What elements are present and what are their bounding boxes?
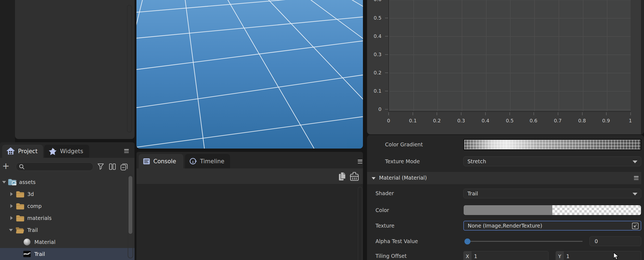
material-section-header[interactable]: Material (Material) (367, 172, 641, 184)
material-section-menu-icon[interactable] (634, 176, 639, 180)
console-log-area[interactable] (136, 184, 363, 260)
tab-console-label: Console (153, 158, 176, 165)
texture-label: Texture (375, 222, 395, 229)
tab-timeline-label: Timeline (200, 158, 224, 165)
x-tick-label: 0.3 (450, 118, 472, 124)
folder-icon (16, 214, 25, 222)
tree-row-assets[interactable]: assets (0, 176, 135, 188)
y-tick-label: 0.3 (369, 52, 381, 58)
tree-row-materials[interactable]: materials (0, 212, 135, 224)
tab-widgets[interactable]: Widgets (44, 145, 89, 158)
open-folder-icon (15, 226, 24, 234)
tree-row-comp[interactable]: comp (0, 200, 135, 212)
inspector-panel: Color Gradient Texture Mode Stretch Mate… (367, 135, 644, 260)
left-edge-strip (0, 0, 15, 144)
curve-editor-panel[interactable]: 0.6 0.5 0.4 0.3 0.2 0.1 0 0 0.1 0.2 0.3 … (367, 0, 644, 134)
shader-label: Shader (375, 190, 394, 196)
tiling-y-chip: Y (556, 251, 564, 260)
alpha-slider-track[interactable] (467, 241, 583, 242)
chevron-down-icon (633, 161, 637, 163)
y-tick-label: 0 (369, 106, 381, 112)
filter-icon[interactable] (97, 163, 104, 170)
tree-row-trail-selected[interactable]: Trail (0, 248, 135, 260)
timeline-clock-icon (189, 158, 197, 165)
console-panel-menu-icon[interactable] (358, 160, 362, 164)
x-tick-label: 1 (619, 118, 641, 124)
alpha-slider-knob[interactable] (464, 238, 470, 244)
color-gradient-preview[interactable] (463, 139, 641, 150)
collapse-all-icon[interactable] (120, 163, 128, 171)
tree-label-material: Material (34, 239, 55, 245)
texture-mode-label: Texture Mode (385, 158, 420, 165)
expand-caret-icon[interactable] (10, 216, 13, 220)
folder-icon (16, 202, 25, 210)
section-caret-icon[interactable] (372, 177, 375, 180)
curve-plot-area[interactable] (389, 0, 631, 112)
x-tick-label: 0.6 (523, 118, 544, 124)
x-tick-label: 0.9 (595, 118, 617, 124)
x-tick-label: 0.2 (426, 118, 448, 124)
tree-label-trail: Trail (34, 251, 45, 257)
add-asset-button[interactable]: + (2, 163, 9, 170)
tree-row-trail-folder[interactable]: Trail (0, 224, 135, 236)
texture-asset-field[interactable]: None (Image,RenderTexture) (463, 221, 641, 231)
expand-caret-icon[interactable] (2, 180, 6, 183)
search-input[interactable] (25, 164, 88, 170)
project-panel-menu-icon[interactable] (124, 149, 129, 153)
copy-logs-icon[interactable] (338, 172, 347, 182)
clear-console-icon[interactable] (350, 171, 359, 182)
shader-dropdown[interactable]: Trail (463, 189, 641, 198)
expand-caret-icon[interactable] (10, 204, 13, 208)
expand-caret-icon[interactable] (9, 228, 13, 231)
tree-label-assets: assets (19, 179, 35, 185)
console-scrollbar-track[interactable] (358, 187, 362, 260)
tab-widgets-label: Widgets (60, 148, 83, 155)
trail-asset-icon (23, 251, 31, 257)
tab-project[interactable]: Project (2, 145, 43, 158)
console-toolbar (136, 168, 363, 184)
scene-viewport[interactable] (136, 0, 363, 149)
x-tick-label: 0.5 (499, 118, 521, 124)
alpha-value: 0 (595, 238, 598, 244)
material-sphere-icon (23, 238, 31, 246)
tree-row-3d[interactable]: 3d (0, 188, 135, 200)
tree-label-materials: materials (27, 215, 52, 221)
hierarchy-panel (15, 0, 135, 139)
search-icon (19, 164, 25, 170)
tiling-y-input[interactable]: 1 (564, 251, 641, 260)
console-icon (143, 158, 150, 165)
y-tick-label: 0.2 (369, 70, 381, 76)
asset-search-box[interactable] (16, 162, 93, 171)
tab-project-label: Project (18, 148, 38, 155)
tab-console[interactable]: Console (139, 154, 183, 168)
expand-caret-icon[interactable] (10, 192, 13, 196)
project-dock-tabbar: Project Widgets (0, 142, 135, 158)
assets-folder-icon (8, 178, 17, 186)
tiling-x-input[interactable]: 1 (472, 251, 548, 260)
graph-scroll-strip (641, 0, 644, 134)
star-icon (49, 147, 57, 155)
hierarchy-scrollbar-track[interactable] (127, 5, 132, 132)
material-section-title: Material (Material) (379, 175, 427, 181)
console-dock-tabbar: Console Timeline (136, 152, 363, 168)
color-swatch[interactable] (463, 205, 641, 215)
color-label: Color (375, 207, 389, 213)
color-swatch-alpha-checker (552, 205, 641, 215)
chevron-down-icon (633, 193, 637, 195)
folder-icon (16, 191, 25, 198)
asset-picker-icon[interactable] (632, 222, 639, 229)
tree-scrollbar-thumb[interactable] (129, 176, 132, 234)
tree-label-comp: comp (27, 203, 42, 209)
scene-grid (136, 0, 363, 149)
mouse-cursor (613, 252, 620, 260)
tree-label-trail-folder: Trail (27, 227, 38, 233)
split-view-icon[interactable] (109, 163, 116, 170)
tab-timeline[interactable]: Timeline (185, 154, 230, 168)
texture-mode-dropdown[interactable]: Stretch (463, 156, 641, 166)
y-tick-label: 0.1 (369, 88, 381, 94)
y-tick-label: 0.4 (369, 33, 381, 39)
tree-row-material[interactable]: Material (0, 236, 135, 248)
tiling-x-chip: X (463, 251, 472, 260)
alpha-value-input[interactable]: 0 (589, 236, 641, 246)
x-tick-label: 0.7 (547, 118, 569, 124)
